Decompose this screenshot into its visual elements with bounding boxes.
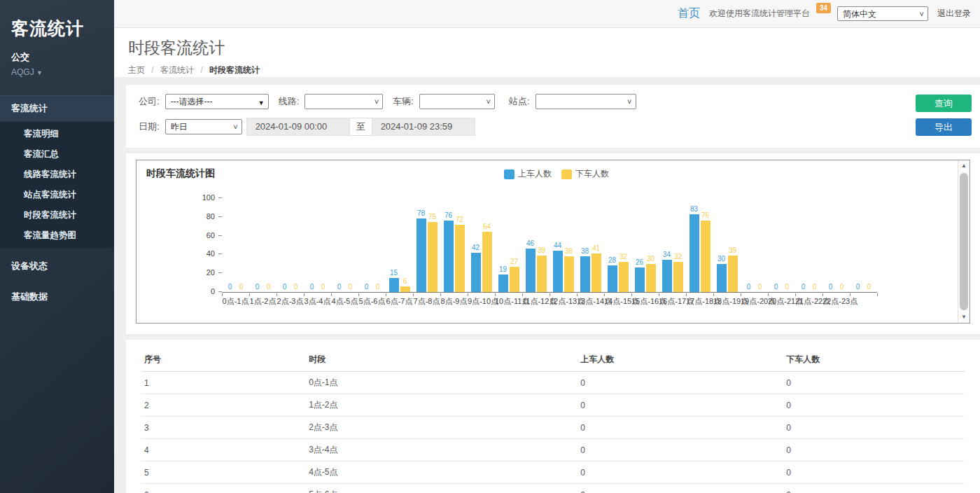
table-row[interactable]: 65点-6点00 <box>141 484 965 493</box>
sidebar-item[interactable]: 客流量趋势图 <box>0 225 114 246</box>
table-row[interactable]: 32点-3点00 <box>141 417 965 439</box>
bar-上车人数[interactable] <box>580 256 590 292</box>
bar-上车人数[interactable] <box>690 214 699 292</box>
bar-下车人数[interactable] <box>537 256 547 292</box>
sidebar-item[interactable]: 客流汇总 <box>0 144 114 165</box>
sidebar-section-3[interactable]: 基础数据 <box>0 284 114 310</box>
x-axis-tick <box>577 293 578 296</box>
legend-item-boarding[interactable]: 上车人数 <box>504 168 552 180</box>
sidebar-section-2[interactable]: 设备状态 <box>0 254 114 279</box>
x-axis-tick-label: 8点-9点 <box>440 296 468 307</box>
table-cell: 2 <box>141 394 306 417</box>
bar-下车人数[interactable] <box>592 254 601 292</box>
y-axis-tick <box>218 254 222 254</box>
bar-下车人数[interactable] <box>646 264 656 292</box>
x-axis-tick <box>877 293 878 296</box>
bar-下车人数[interactable] <box>564 256 574 292</box>
bar-value-label: 0 <box>337 283 342 291</box>
sidebar-item[interactable]: 线路客流统计 <box>0 165 114 185</box>
bar-上车人数[interactable] <box>717 264 727 292</box>
chart-scrollbar[interactable]: ▲ ▼ <box>958 160 969 323</box>
scroll-up-arrow[interactable]: ▲ <box>958 160 969 172</box>
breadcrumb-current: 时段客流统计 <box>209 65 260 75</box>
vehicle-select[interactable]: ˅ <box>419 94 495 109</box>
bar-下车人数[interactable] <box>728 256 738 292</box>
legend-item-alighting[interactable]: 下车人数 <box>561 168 609 180</box>
breadcrumb-section[interactable]: 客流统计 <box>160 65 194 75</box>
bar-下车人数[interactable] <box>482 232 492 292</box>
bar-上车人数[interactable] <box>498 275 508 292</box>
bar-value-label: 83 <box>690 205 698 214</box>
bar-下车人数[interactable] <box>619 262 629 292</box>
table-cell: 1 <box>141 372 306 394</box>
line-select[interactable]: ˅ <box>304 94 383 109</box>
x-axis-tick-label: 21点-22点 <box>795 296 822 307</box>
sidebar-section-1[interactable]: 客流统计 <box>0 95 114 122</box>
org-code: AQGJ <box>11 67 34 77</box>
bar-上车人数[interactable] <box>526 249 536 292</box>
sidebar-item[interactable]: 站点客流统计 <box>0 185 114 205</box>
bar-下车人数[interactable] <box>455 225 465 292</box>
scroll-down-arrow[interactable]: ▼ <box>958 312 969 323</box>
sidebar: 客流统计 公交 AQGJ ▼ 客流统计客流明细客流汇总线路客流统计站点客流统计时… <box>0 0 114 493</box>
bar-上车人数[interactable] <box>635 268 645 292</box>
x-axis-tick-label: 9点-10点 <box>468 296 495 307</box>
chevron-down-icon: ˅ <box>374 95 379 109</box>
line-label: 线路: <box>279 95 300 108</box>
table-row[interactable]: 10点-1点00 <box>141 372 965 394</box>
bar-value-label: 0 <box>829 283 833 291</box>
x-axis-tick-label: 11点-12点 <box>522 296 550 307</box>
bar-column: 30 <box>646 255 656 292</box>
bar-下车人数[interactable] <box>510 267 519 292</box>
query-button[interactable]: 查询 <box>916 95 972 112</box>
table-cell: 3点-4点 <box>306 439 578 461</box>
bar-上车人数[interactable] <box>444 221 454 292</box>
bar-下车人数[interactable] <box>428 222 438 293</box>
bar-column: 46 <box>526 239 536 292</box>
bar-下车人数[interactable] <box>400 286 410 292</box>
bar-value-label: 75 <box>428 213 436 221</box>
bar-上车人数[interactable] <box>553 251 563 292</box>
company-select[interactable]: ---请选择--- ▼ <box>165 94 269 109</box>
notification-badge[interactable]: 34 <box>816 3 831 13</box>
bar-上车人数[interactable] <box>608 265 617 292</box>
bar-column: 0 <box>853 283 863 292</box>
bar-下车人数[interactable] <box>673 262 683 292</box>
date-start-input[interactable]: 2024-01-09 00:00 <box>246 118 350 136</box>
org-switcher[interactable]: AQGJ ▼ <box>0 65 114 77</box>
language-select[interactable]: 简体中文 ˅ <box>837 6 928 21</box>
bar-下车人数[interactable] <box>701 221 710 292</box>
bar-value-label: 39 <box>729 246 736 255</box>
bar-column: 0 <box>826 283 836 292</box>
station-select[interactable]: ˅ <box>536 94 636 109</box>
table-cell: 0 <box>783 372 965 394</box>
bar-value-label: 39 <box>538 246 545 255</box>
company-value: ---请选择--- <box>171 97 213 106</box>
legend-label: 下车人数 <box>575 168 609 180</box>
export-button[interactable]: 导出 <box>916 118 972 136</box>
logout-link[interactable]: 退出登录 <box>937 8 971 20</box>
bar-上车人数[interactable] <box>471 253 481 292</box>
scrollbar-thumb[interactable] <box>960 173 968 310</box>
x-axis-tick <box>522 293 523 296</box>
filter-row-2: 日期: 昨日 ˅ 2024-01-09 00:00 至 2024-01-09 2… <box>139 118 903 136</box>
date-end-input[interactable]: 2024-01-09 23:59 <box>372 118 475 136</box>
x-axis-tick <box>550 293 550 296</box>
home-link[interactable]: 首页 <box>678 6 700 21</box>
date-preset-select[interactable]: 昨日 ˅ <box>165 119 242 134</box>
x-axis-tick <box>358 293 359 296</box>
sidebar-item[interactable]: 时段客流统计 <box>0 205 114 225</box>
bar-上车人数[interactable] <box>662 260 672 292</box>
sidebar-item[interactable]: 客流明细 <box>0 124 114 144</box>
bar-上车人数[interactable] <box>416 218 426 292</box>
bar-上车人数[interactable] <box>389 278 399 292</box>
bar-column: 0 <box>225 283 235 292</box>
breadcrumb-home[interactable]: 主页 <box>128 65 145 75</box>
x-axis-tick <box>713 293 714 296</box>
company-label: 公司: <box>139 95 160 108</box>
table-row[interactable]: 54点-5点00 <box>141 461 965 484</box>
table-row[interactable]: 21点-2点00 <box>141 394 965 417</box>
x-axis-tick <box>822 293 823 296</box>
table-row[interactable]: 43点-4点00 <box>141 439 965 461</box>
bar-group: 00 <box>768 283 795 292</box>
